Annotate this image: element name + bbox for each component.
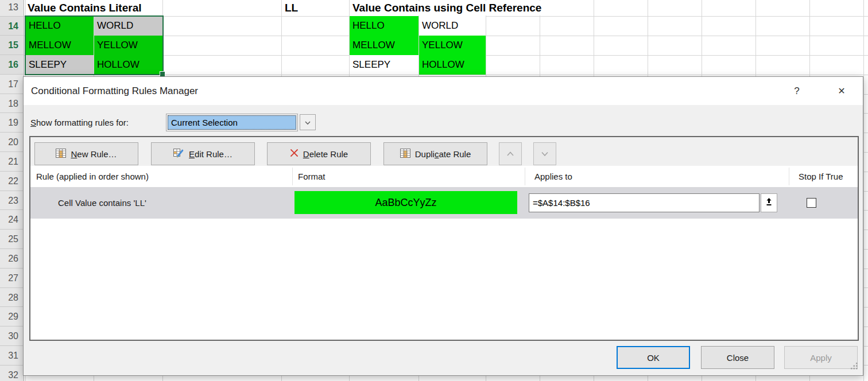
row-header-31[interactable]: 31 <box>0 346 24 366</box>
cell-B16[interactable]: HOLLOW <box>94 55 162 75</box>
ok-button[interactable]: OK <box>617 346 690 369</box>
cell-E15[interactable]: MELLOW <box>350 36 418 55</box>
edit-rule-label: Edit Rule… <box>189 149 232 159</box>
move-rule-up-button[interactable] <box>499 142 522 165</box>
cell-A15[interactable]: MELLOW <box>26 36 94 55</box>
row-header-28[interactable]: 28 <box>0 288 24 308</box>
rule-description: Cell Value contains 'LL' <box>58 187 146 219</box>
table-grid-icon <box>400 149 410 160</box>
row-header-13[interactable]: 13 <box>0 0 24 17</box>
column-header-format: Format <box>298 166 326 187</box>
duplicate-rule-button[interactable]: Duplicate Rule <box>383 142 487 165</box>
show-formatting-rules-for-label: Show formatting rules for: <box>30 115 129 131</box>
row-header-25[interactable]: 25 <box>0 230 24 249</box>
scope-combobox[interactable]: Current Selection <box>166 114 298 131</box>
collapse-dialog-button[interactable] <box>761 193 777 212</box>
gridline <box>24 75 868 75</box>
row-header-22[interactable]: 22 <box>0 172 24 191</box>
rule-row-selected[interactable]: Cell Value contains 'LL' AaBbCcYyZz <box>30 187 858 219</box>
row-header-column: 1314151617181920212223242526272829303132 <box>0 0 24 381</box>
collapse-dialog-arrow-icon <box>765 197 773 209</box>
column-header-rule: Rule (applied in order shown) <box>36 166 149 187</box>
row-header-29[interactable]: 29 <box>0 307 24 326</box>
row-header-21[interactable]: 21 <box>0 152 24 172</box>
column-header-stop: Stop If True <box>799 166 843 187</box>
cell-F14[interactable]: WORLD <box>419 16 486 36</box>
duplicate-rule-label: Duplicate Rule <box>415 149 471 159</box>
close-icon[interactable]: ✕ <box>830 77 854 105</box>
cell-F15[interactable]: YELLOW <box>419 36 486 55</box>
help-icon[interactable]: ? <box>785 77 809 105</box>
scope-dropdown-button[interactable] <box>300 114 316 130</box>
row-header-20[interactable]: 20 <box>0 133 24 152</box>
move-rule-down-button[interactable] <box>533 142 556 165</box>
rules-toolbar: New Rule… Edit Rule… Delete Rule Duplica… <box>30 137 858 166</box>
cell-B14[interactable]: WORLD <box>94 16 162 36</box>
delete-rule-button[interactable]: Delete Rule <box>267 142 371 165</box>
row-header-24[interactable]: 24 <box>0 210 24 230</box>
scope-combobox-value: Current Selection <box>168 115 296 130</box>
chevron-down-icon <box>540 149 549 159</box>
cell-B15[interactable]: YELLOW <box>94 36 162 55</box>
edit-rule-button[interactable]: Edit Rule… <box>151 142 255 165</box>
row-header-26[interactable]: 26 <box>0 249 24 269</box>
row-header-17[interactable]: 17 <box>0 75 24 94</box>
dialog-titlebar[interactable]: Conditional Formatting Rules Manager ? ✕ <box>24 77 863 105</box>
new-rule-button[interactable]: New Rule… <box>34 142 138 165</box>
row-header-23[interactable]: 23 <box>0 191 24 211</box>
apply-button[interactable]: Apply <box>784 346 858 369</box>
rules-list: Rule (applied in order shown) Format App… <box>30 166 858 340</box>
row-header-27[interactable]: 27 <box>0 269 24 288</box>
resize-grip-icon[interactable] <box>850 362 858 372</box>
cell-A16[interactable]: SLEEPY <box>26 55 94 75</box>
red-x-icon <box>290 149 299 159</box>
column-separator <box>789 168 789 185</box>
chevron-up-icon <box>506 149 515 159</box>
stop-if-true-checkbox[interactable] <box>807 198 816 208</box>
column-header-applies: Applies to <box>534 166 572 187</box>
row-header-14[interactable]: 14 <box>0 17 24 36</box>
chevron-down-icon <box>305 117 311 127</box>
dialog-title: Conditional Formatting Rules Manager <box>31 77 198 105</box>
cell-A14[interactable]: HELLO <box>26 16 94 36</box>
column-separator <box>525 168 525 185</box>
row-header-15[interactable]: 15 <box>0 36 24 55</box>
cell-A13-header[interactable]: Value Contains Literal <box>26 1 146 15</box>
cell-F16[interactable]: HOLLOW <box>419 55 486 75</box>
cell-E14[interactable]: HELLO <box>350 16 418 36</box>
row-header-16[interactable]: 16 <box>0 55 24 75</box>
column-separator <box>292 168 293 185</box>
format-preview: AaBbCcYyZz <box>294 191 517 214</box>
conditional-formatting-rules-manager-dialog: Conditional Formatting Rules Manager ? ✕… <box>23 76 863 376</box>
row-header-30[interactable]: 30 <box>0 326 24 346</box>
table-pencil-icon <box>173 149 184 160</box>
rules-panel: New Rule… Edit Rule… Delete Rule Duplica… <box>29 136 859 341</box>
cell-E16[interactable]: SLEEPY <box>350 55 418 75</box>
close-button[interactable]: Close <box>701 346 774 369</box>
applies-to-input[interactable] <box>529 193 760 212</box>
row-header-19[interactable]: 19 <box>0 113 24 133</box>
cell-E13-header[interactable]: Value Contains using Cell Reference <box>351 1 546 15</box>
row-header-18[interactable]: 18 <box>0 94 24 114</box>
cell-D13-header[interactable]: LL <box>284 1 303 15</box>
gridline <box>863 0 864 381</box>
table-grid-icon <box>56 149 66 160</box>
row-header-32[interactable]: 32 <box>0 366 24 381</box>
delete-rule-label: Delete Rule <box>303 149 348 159</box>
new-rule-label: New Rule… <box>71 149 117 159</box>
